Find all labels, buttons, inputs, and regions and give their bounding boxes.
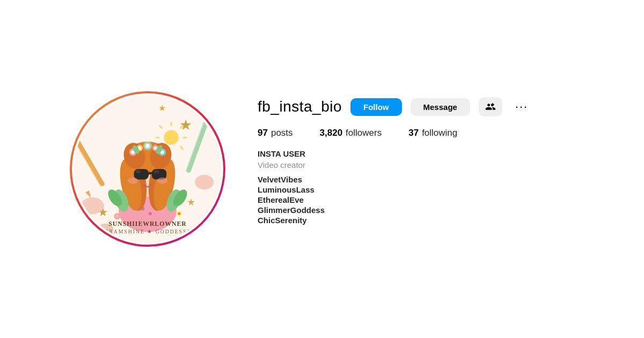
bio-link-3[interactable]: EtherealEve bbox=[258, 195, 574, 204]
bio-link-5[interactable]: ChicSerenity bbox=[258, 216, 574, 225]
svg-point-43 bbox=[128, 178, 138, 184]
more-options-button[interactable]: ··· bbox=[511, 97, 532, 117]
more-dots-icon: ··· bbox=[515, 100, 528, 114]
bio-link-4[interactable]: GlimmerGoddess bbox=[258, 205, 574, 215]
bio-name: INSTA USER bbox=[258, 149, 574, 158]
avatar-gradient-ring: ★ ★ ★ ★ bbox=[70, 91, 225, 247]
svg-point-15 bbox=[149, 212, 152, 215]
svg-rect-40 bbox=[148, 172, 153, 174]
svg-text:★: ★ bbox=[158, 104, 166, 113]
svg-point-42 bbox=[154, 170, 159, 173]
following-count: 37 bbox=[408, 128, 419, 138]
profile-info: fb_insta_bio Follow Message ··· 97 posts… bbox=[258, 91, 574, 225]
svg-point-41 bbox=[135, 170, 141, 173]
bio-subtitle: Video creator bbox=[258, 160, 574, 170]
message-button[interactable]: Message bbox=[411, 98, 470, 116]
following-stat[interactable]: 37 following bbox=[408, 128, 457, 138]
profile-header: fb_insta_bio Follow Message ··· bbox=[258, 97, 574, 117]
follow-button[interactable]: Follow bbox=[350, 98, 402, 116]
svg-text:SUNSHIIEWRLOWNER: SUNSHIIEWRLOWNER bbox=[108, 221, 186, 227]
followers-label: followers bbox=[346, 128, 382, 138]
stats-row: 97 posts 3,820 followers 37 following bbox=[258, 128, 574, 138]
posts-stat[interactable]: 97 posts bbox=[258, 128, 293, 138]
avatar: ★ ★ ★ ★ bbox=[72, 93, 223, 245]
svg-rect-38 bbox=[134, 169, 149, 180]
svg-point-52 bbox=[178, 212, 180, 215]
svg-point-11 bbox=[195, 175, 214, 189]
bio-link-1[interactable]: VelvetVibes bbox=[258, 175, 574, 184]
svg-point-53 bbox=[164, 130, 178, 145]
username: fb_insta_bio bbox=[258, 98, 342, 115]
svg-text:★: ★ bbox=[179, 116, 192, 133]
followers-count: 3,820 bbox=[320, 128, 343, 138]
add-person-icon bbox=[485, 101, 496, 112]
posts-count: 97 bbox=[258, 128, 268, 138]
following-label: following bbox=[422, 128, 457, 138]
svg-point-50 bbox=[115, 215, 119, 218]
svg-point-44 bbox=[157, 178, 168, 184]
add-person-button[interactable] bbox=[479, 97, 502, 116]
svg-point-31 bbox=[145, 144, 150, 148]
bio-links: VelvetVibes LuminousLass EtherealEve Gli… bbox=[258, 175, 574, 225]
svg-text:DRAMSHINE ★ GODDESSS: DRAMSHINE ★ GODDESSS bbox=[104, 229, 191, 234]
followers-stat[interactable]: 3,820 followers bbox=[320, 128, 382, 138]
bio-section: INSTA USER Video creator VelvetVibes Lum… bbox=[258, 149, 574, 225]
profile-container: ★ ★ ★ ★ bbox=[27, 70, 617, 268]
posts-label: posts bbox=[271, 128, 293, 138]
svg-point-10 bbox=[81, 197, 104, 214]
bio-link-2[interactable]: LuminousLass bbox=[258, 185, 574, 194]
svg-text:★: ★ bbox=[187, 197, 195, 208]
